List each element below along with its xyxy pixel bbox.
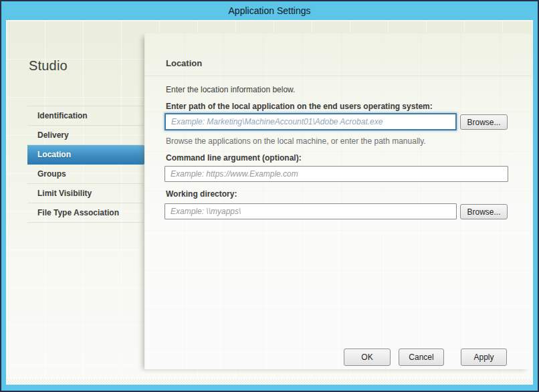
workdir-field-label: Working directory: xyxy=(166,189,237,199)
window-title: Application Settings xyxy=(229,5,311,16)
studio-brand: Studio xyxy=(29,58,68,74)
cmdline-input[interactable] xyxy=(165,166,508,182)
title-bar: Application Settings xyxy=(1,1,538,20)
browse-path-button[interactable]: Browse... xyxy=(460,114,508,130)
nav-item-groups[interactable]: Groups xyxy=(27,165,143,184)
nav-item-identification[interactable]: Identification xyxy=(27,106,143,126)
path-field-label: Enter path of the local application on t… xyxy=(166,102,433,111)
page-title: Location xyxy=(166,58,202,68)
workdir-input[interactable] xyxy=(165,203,457,219)
cancel-button[interactable]: Cancel xyxy=(399,349,444,366)
application-settings-window: Application Settings Studio Identificati… xyxy=(0,0,539,392)
path-help-text: Browse the applications on the local mac… xyxy=(166,136,426,146)
nav-item-file-type-association[interactable]: File Type Association xyxy=(27,203,143,223)
location-settings-panel: Location Enter the location information … xyxy=(144,33,532,369)
heading-divider xyxy=(144,76,532,76)
nav-item-delivery[interactable]: Delivery xyxy=(27,126,143,145)
settings-nav: Identification Delivery Location Groups … xyxy=(27,106,143,223)
ok-button[interactable]: OK xyxy=(344,349,391,366)
intro-text: Enter the location information below. xyxy=(166,85,295,94)
browse-workdir-button[interactable]: Browse... xyxy=(460,204,508,219)
nav-item-location[interactable]: Location xyxy=(27,145,151,165)
cmdline-field-label: Command line argument (optional): xyxy=(166,153,302,163)
nav-item-limit-visibility[interactable]: Limit Visibility xyxy=(27,184,143,203)
dialog-body: Studio Identification Delivery Location … xyxy=(6,20,533,385)
apply-button[interactable]: Apply xyxy=(461,349,507,366)
path-input[interactable] xyxy=(165,113,457,130)
